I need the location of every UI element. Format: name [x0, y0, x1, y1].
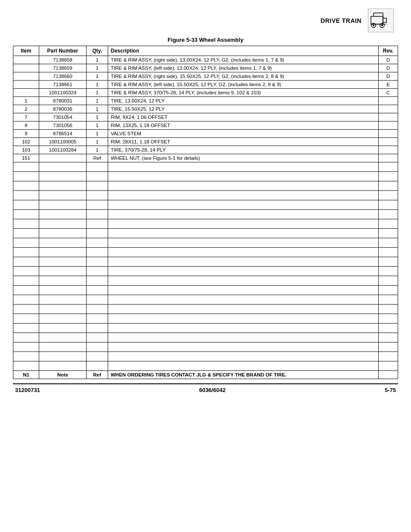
cell-part: [39, 210, 87, 219]
cell-part: [39, 238, 87, 248]
table-row: [13, 257, 398, 267]
cell-desc: [108, 248, 379, 257]
cell-item: 7: [13, 113, 39, 121]
cell-item: [13, 238, 39, 248]
drive-train-icon: [368, 9, 394, 32]
cell-desc: [108, 162, 379, 172]
cell-desc: [108, 295, 379, 305]
cell-note-qty: Ref: [87, 371, 108, 379]
cell-desc: TIRE & RIM ASSY, (right side), 15.50X25,…: [108, 72, 379, 81]
cell-qty: [87, 295, 108, 305]
parts-table: Item Part Number Qty. Description Rev. 7…: [13, 46, 398, 379]
cell-item: [13, 64, 39, 72]
cell-desc: [108, 267, 379, 276]
table-row: 7138661 1 TIRE & RIM ASSY, (left side), …: [13, 81, 398, 89]
table-row: 1001100324 1 TIRE & RIM ASSY, 370/75-28,…: [13, 89, 398, 97]
cell-part: 7138658: [39, 56, 87, 64]
col-header-desc: Description: [108, 46, 379, 56]
cell-rev: [379, 191, 398, 200]
cell-item: [13, 361, 39, 371]
table-row: [13, 295, 398, 305]
cell-rev: [379, 138, 398, 146]
cell-item: [13, 72, 39, 81]
cell-item: [13, 295, 39, 305]
cell-desc: TIRE & RIM ASSY, (right side), 13.00X24,…: [108, 56, 379, 64]
table-row: 9 8786514 1 VALVE STEM: [13, 130, 398, 138]
cell-rev: [379, 305, 398, 314]
cell-qty: 1: [87, 121, 108, 130]
cell-rev: [379, 342, 398, 352]
table-row: [13, 267, 398, 276]
cell-item: [13, 162, 39, 172]
cell-desc: [108, 229, 379, 238]
col-header-item: Item: [13, 46, 39, 56]
table-row: 7 7301054 1 RIM, 9X24, 1.06 OFFSET: [13, 113, 398, 121]
cell-qty: [87, 314, 108, 324]
cell-qty: 1: [87, 89, 108, 97]
cell-item: 2: [13, 105, 39, 113]
cell-item: [13, 276, 39, 286]
cell-part: 1001100284: [39, 146, 87, 154]
cell-part: 8780031: [39, 97, 87, 105]
cell-part: [39, 314, 87, 324]
cell-part: 7138659: [39, 64, 87, 72]
svg-rect-1: [383, 18, 386, 22]
cell-desc: TIRE, 15.50X25, 12 PLY: [108, 105, 379, 113]
table-row: [13, 219, 398, 229]
cell-item: [13, 56, 39, 64]
cell-rev: [379, 162, 398, 172]
cell-part: [39, 361, 87, 371]
cell-qty: [87, 324, 108, 333]
cell-desc: TIRE & RIM ASSY, 370/75-28, 14 PLY, (inc…: [108, 89, 379, 97]
cell-item: [13, 172, 39, 181]
table-row: 103 1001100284 1 TIRE, 370/75-28, 14 PLY: [13, 146, 398, 154]
cell-rev: [379, 286, 398, 295]
cell-rev: [379, 105, 398, 113]
cell-qty: [87, 257, 108, 267]
cell-desc: [108, 172, 379, 181]
page-footer: 31200731 6036/6042 5-75: [13, 383, 398, 393]
cell-desc: [108, 361, 379, 371]
cell-qty: [87, 352, 108, 361]
cell-qty: [87, 248, 108, 257]
cell-part: [39, 229, 87, 238]
table-row: [13, 276, 398, 286]
footer-doc-number: 31200731: [15, 387, 40, 393]
col-header-qty: Qty.: [87, 46, 108, 56]
cell-qty: [87, 172, 108, 181]
cell-part: [39, 172, 87, 181]
cell-item: [13, 267, 39, 276]
cell-qty: 1: [87, 81, 108, 89]
cell-qty: 1: [87, 97, 108, 105]
cell-desc: WHEEL NUT, (see Figure 5-1 for details): [108, 154, 379, 162]
footer-page: 5-75: [385, 387, 396, 393]
cell-note-rev: [379, 371, 398, 379]
table-row: [13, 314, 398, 324]
table-row: [13, 342, 398, 352]
cell-qty: [87, 210, 108, 219]
cell-qty: 1: [87, 64, 108, 72]
cell-rev: [379, 295, 398, 305]
cell-qty: 1: [87, 113, 108, 121]
cell-desc: [108, 276, 379, 286]
page-title: DRIVE TRAIN: [321, 17, 361, 24]
cell-desc: [108, 191, 379, 200]
cell-rev: [379, 267, 398, 276]
table-row: 1 8780031 1 TIRE, 13.00X24, 12 PLY: [13, 97, 398, 105]
cell-item: [13, 191, 39, 200]
cell-qty: 1: [87, 72, 108, 81]
cell-item: [13, 257, 39, 267]
cell-item: [13, 81, 39, 89]
cell-item: [13, 210, 39, 219]
cell-qty: [87, 333, 108, 342]
cell-part: [39, 267, 87, 276]
cell-part: 8780036: [39, 105, 87, 113]
cell-desc: VALVE STEM: [108, 130, 379, 138]
cell-qty: [87, 200, 108, 210]
cell-item: 103: [13, 146, 39, 154]
cell-desc: RIM, 13X25, 1.18 OFFSET: [108, 121, 379, 130]
cell-rev: [379, 154, 398, 162]
cell-rev: [379, 130, 398, 138]
cell-item: [13, 314, 39, 324]
cell-part: [39, 286, 87, 295]
